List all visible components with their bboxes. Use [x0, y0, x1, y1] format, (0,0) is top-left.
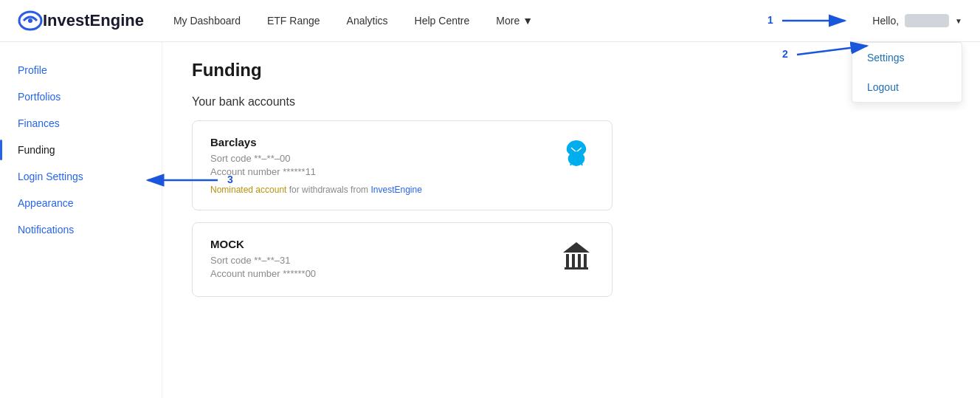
barclays-logo [559, 136, 594, 171]
bank-card-barclays: Barclays Sort code **–**–00 Account numb… [192, 120, 612, 210]
bank-icon [560, 239, 593, 272]
logo-text: InvestEngine [43, 11, 144, 30]
mock-info: MOCK Sort code **–**–31 Account number *… [210, 238, 559, 281]
barclays-account-number: Account number ******11 [210, 166, 559, 177]
sidebar-item-appearance[interactable]: Appearance [0, 190, 162, 216]
barclays-info: Barclays Sort code **–**–00 Account numb… [210, 136, 559, 195]
svg-rect-6 [578, 254, 581, 267]
hello-label: Hello, [872, 15, 899, 27]
sidebar-item-profile[interactable]: Profile [0, 57, 162, 83]
page-title: Funding [192, 60, 950, 80]
svg-rect-4 [566, 254, 569, 267]
page-layout: Profile Portfolios Finances Funding Logi… [0, 42, 980, 398]
barclays-eagle-icon [560, 137, 593, 170]
sidebar-item-finances[interactable]: Finances [0, 110, 162, 137]
mock-name: MOCK [210, 238, 559, 250]
sidebar-item-notifications[interactable]: Notifications [0, 216, 162, 243]
logout-menu-item[interactable]: Logout [852, 72, 962, 102]
nav-help-centre[interactable]: Help Centre [415, 15, 470, 27]
svg-rect-7 [584, 254, 587, 267]
barclays-sort-code: Sort code **–**–00 [210, 153, 559, 164]
nav-analytics[interactable]: Analytics [347, 15, 388, 27]
sidebar-item-portfolios[interactable]: Portfolios [0, 83, 162, 110]
sidebar-item-login-settings[interactable]: Login Settings [0, 163, 162, 190]
settings-menu-item[interactable]: Settings [852, 43, 962, 72]
section-title: Your bank accounts [192, 95, 950, 109]
logo-icon [18, 10, 43, 32]
svg-rect-5 [572, 254, 575, 267]
barclays-name: Barclays [210, 136, 559, 148]
nav-etf-range[interactable]: ETF Range [267, 15, 320, 27]
nav-my-dashboard[interactable]: My Dashboard [173, 15, 241, 27]
header-user-area: Hello, ▼ [872, 14, 962, 27]
sidebar: Profile Portfolios Finances Funding Logi… [0, 42, 162, 398]
main-nav: My Dashboard ETF Range Analytics Help Ce… [173, 15, 872, 27]
user-menu-chevron[interactable]: ▼ [955, 17, 962, 25]
mock-account-number: Account number ******00 [210, 268, 559, 279]
sidebar-item-funding[interactable]: Funding [0, 137, 162, 163]
svg-marker-8 [563, 242, 590, 253]
logo[interactable]: InvestEngine [18, 10, 144, 32]
svg-point-2 [573, 151, 580, 162]
svg-rect-3 [565, 267, 588, 270]
svg-point-1 [28, 18, 32, 23]
mock-sort-code: Sort code **–**–31 [210, 255, 559, 266]
username-badge [905, 14, 949, 27]
barclays-nominated: Nominated account for withdrawals from I… [210, 185, 559, 195]
nav-more[interactable]: More ▼ [496, 15, 533, 27]
header: InvestEngine My Dashboard ETF Range Anal… [0, 0, 980, 42]
mock-logo [559, 238, 594, 273]
bank-card-mock: MOCK Sort code **–**–31 Account number *… [192, 222, 612, 297]
chevron-down-icon: ▼ [522, 15, 533, 27]
user-dropdown-menu: Settings Logout [852, 42, 962, 103]
